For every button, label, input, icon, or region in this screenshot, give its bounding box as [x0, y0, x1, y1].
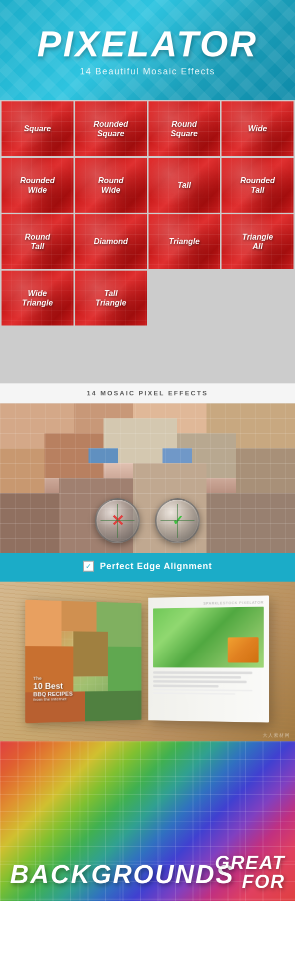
book-left-content: The 10 Best BBQ RECIPES from the interne…: [25, 600, 141, 723]
effect-label: Square: [24, 124, 51, 133]
effects-grid-section: Square RoundedSquare RoundSquare Wide Ro…: [0, 100, 295, 403]
book-right-image: [153, 607, 264, 667]
pixel-button-row: ✕ ✓: [95, 498, 200, 543]
effect-label: WideTriangle: [22, 289, 53, 308]
effect-cell-round-wide: RoundWide: [75, 158, 147, 213]
hero-title: PIXELATOR: [37, 23, 258, 64]
alignment-section: ✓ Perfect Edge Alignment: [0, 553, 295, 582]
backgrounds-label: BACKGROUNDS: [10, 863, 234, 886]
watermark: 大人素材网: [262, 732, 290, 739]
great-for-text-area: GREATFOR: [215, 853, 285, 891]
text-line: [153, 671, 252, 674]
effect-cell-wide-triangle: WideTriangle: [2, 271, 74, 326]
effect-cell-round-tall: RoundTall: [2, 214, 74, 269]
effect-cell-rounded-wide: RoundedWide: [2, 158, 74, 213]
magazine-book: The 10 Best BBQ RECIPES from the interne…: [28, 592, 268, 731]
hero-subtitle: 14 Beautiful Mosaic Effects: [80, 66, 216, 77]
text-line: [153, 675, 241, 678]
effect-cell-wide: Wide: [222, 101, 294, 156]
alignment-text: Perfect Edge Alignment: [100, 561, 212, 572]
backgrounds-section: BACKGROUNDS GREATFOR: [0, 741, 295, 901]
book-title-overlay: The 10 Best BBQ RECIPES from the interne…: [33, 675, 134, 703]
text-line: [153, 692, 236, 695]
effect-cell-rounded-tall: RoundedTall: [222, 158, 294, 213]
effect-label: RoundedTall: [240, 176, 274, 195]
backgrounds-text-area: BACKGROUNDS: [10, 863, 234, 886]
effect-label: RoundedSquare: [94, 119, 128, 138]
effect-label: TriangleAll: [242, 232, 273, 251]
great-for-label: GREATFOR: [215, 853, 285, 891]
hero-section: PIXELATOR 14 Beautiful Mosaic Effects: [0, 0, 295, 100]
pixel-btn-wrong: ✕: [95, 498, 140, 543]
section-label: 14 MOSAIC PIXEL EFFECTS: [0, 383, 295, 403]
effect-label: Tall: [178, 180, 191, 190]
pixel-demo-section: ✕ ✓: [0, 403, 295, 553]
effect-label: Triangle: [168, 237, 200, 246]
effect-cell-triangle: Triangle: [148, 214, 220, 269]
effect-label: RoundSquare: [170, 119, 198, 138]
text-line: [153, 684, 218, 687]
effect-label: RoundTall: [25, 232, 50, 251]
book-right-text: [153, 671, 264, 695]
effect-label: Diamond: [94, 237, 128, 246]
btn-crosshair: [156, 500, 198, 542]
book-left-page: The 10 Best BBQ RECIPES from the interne…: [25, 600, 141, 723]
book-right-inner: SPARKLESTOCK PIXELATOR: [148, 596, 269, 723]
effect-label: RoundedWide: [20, 176, 54, 195]
effect-label: TallTriangle: [96, 289, 126, 308]
effect-label: RoundWide: [98, 176, 124, 195]
effect-cell-diamond: Diamond: [75, 214, 147, 269]
effects-grid: Square RoundedSquare RoundSquare Wide Ro…: [0, 100, 295, 383]
effect-cell-tall: Tall: [148, 158, 220, 213]
effect-cell-round-square: RoundSquare: [148, 101, 220, 156]
book-header: SPARKLESTOCK PIXELATOR: [153, 601, 264, 606]
btn-crosshair: [96, 500, 138, 542]
book-right-page: SPARKLESTOCK PIXELATOR: [148, 596, 269, 723]
effect-cell-tall-triangle: TallTriangle: [75, 271, 147, 326]
effect-cell-square: Square: [2, 101, 74, 156]
magazine-section: The 10 Best BBQ RECIPES from the interne…: [0, 582, 295, 741]
effect-cell-triangle-all: TriangleAll: [222, 214, 294, 269]
pixel-btn-correct: ✓: [155, 498, 200, 543]
text-line: [153, 689, 252, 691]
effect-label: Wide: [248, 124, 267, 133]
text-line: [153, 680, 246, 683]
effect-cell-rounded-square: RoundedSquare: [75, 101, 147, 156]
alignment-checkbox: ✓: [83, 561, 94, 572]
